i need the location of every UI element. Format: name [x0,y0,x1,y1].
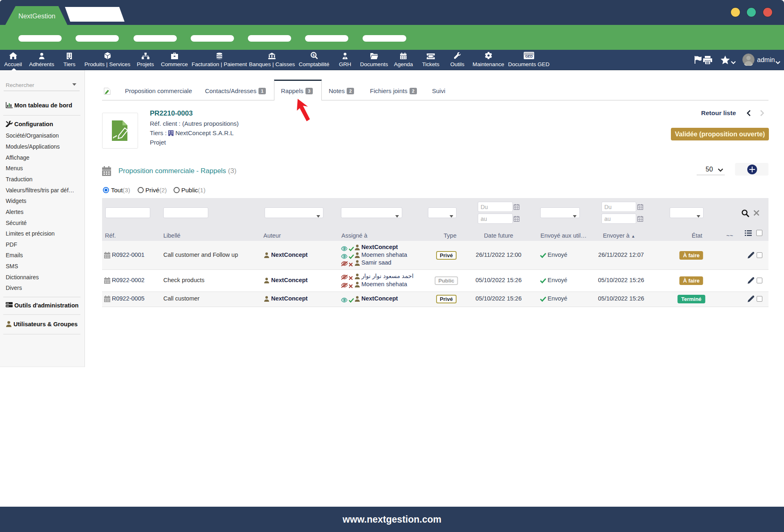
svg-text:$: $ [312,53,314,57]
svg-text:GED: GED [525,54,532,58]
